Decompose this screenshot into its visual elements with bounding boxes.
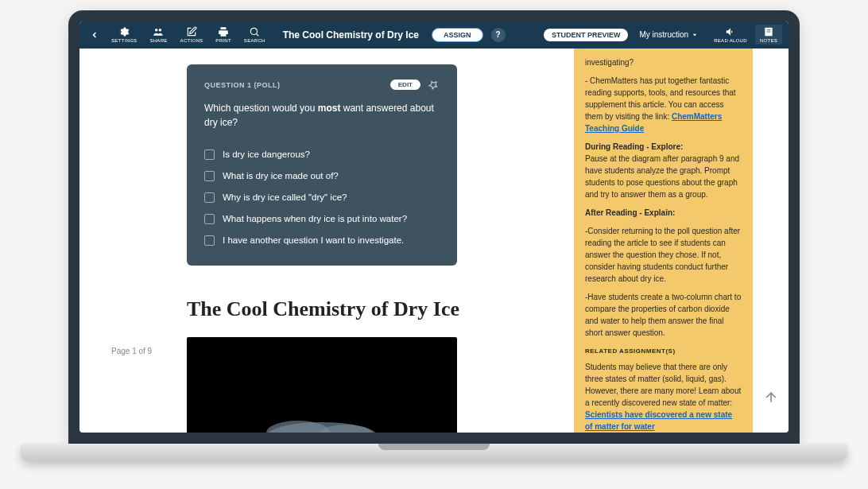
question-text: Which question would you most want answe… [204, 101, 440, 130]
svg-line-3 [257, 33, 259, 36]
poll-option-label: I have another question I want to invest… [223, 235, 404, 245]
related-heading: RELATED ASSIGNMENT(S) [585, 347, 742, 356]
print-label: PRINT [215, 38, 231, 43]
print-button[interactable]: PRINT [211, 25, 236, 45]
checkbox-icon [204, 149, 215, 160]
notes-icon [763, 26, 774, 37]
read-aloud-button[interactable]: READ ALOUD [709, 25, 752, 45]
speaker-icon [725, 26, 736, 37]
notes-label: NOTES [760, 38, 777, 43]
instruction-dropdown[interactable]: My instruction [631, 30, 706, 39]
sidebar-text: Students may believe that there are only… [585, 361, 742, 433]
article-title: The Cool Chemistry of Dry Ice [187, 297, 558, 321]
search-icon [249, 26, 260, 37]
checkbox-icon [204, 235, 215, 246]
top-nav: SETTINGS SHARE ACTIONS [79, 21, 789, 49]
notes-button[interactable]: NOTES [755, 25, 782, 45]
share-label: SHARE [149, 38, 167, 43]
help-button[interactable]: ? [491, 28, 506, 42]
checkbox-icon [204, 192, 215, 203]
actions-button[interactable]: ACTIONS [176, 25, 208, 45]
poll-option[interactable]: What is dry ice made out of? [204, 165, 440, 187]
notes-sidebar[interactable]: investigating? - ChemMatters has put tog… [574, 49, 753, 433]
poll-options: Is dry ice dangerous? What is dry ice ma… [204, 144, 440, 251]
scroll-top-button[interactable] [760, 386, 782, 409]
poll-option[interactable]: What happens when dry ice is put into wa… [204, 208, 440, 230]
scroll-top-area [753, 49, 789, 433]
poll-option-label: What is dry ice made out of? [223, 171, 339, 180]
sidebar-text: During Reading - Explore: Pause at the d… [585, 141, 742, 200]
share-button[interactable]: SHARE [145, 25, 172, 45]
svg-point-1 [159, 29, 162, 32]
question-card: QUESTION 1 (POLL) EDIT Which question wo… [187, 64, 457, 266]
svg-point-0 [155, 29, 158, 32]
content-column: QUESTION 1 (POLL) EDIT Which question wo… [79, 49, 574, 433]
svg-marker-4 [693, 33, 697, 36]
svg-point-2 [251, 28, 258, 34]
pin-icon[interactable] [427, 79, 440, 91]
poll-option-label: What happens when dry ice is put into wa… [223, 214, 407, 223]
settings-label: SETTINGS [111, 38, 137, 43]
chevron-down-icon [692, 32, 698, 38]
print-icon [218, 26, 229, 37]
sidebar-text: investigating? [585, 56, 742, 68]
article-image [187, 337, 457, 433]
page-title: The Cool Chemistry of Dry Ice [283, 29, 419, 41]
edit-button[interactable]: EDIT [390, 80, 420, 90]
sidebar-text: -Have students create a two-column chart… [585, 291, 742, 339]
poll-option-label: Is dry ice dangerous? [223, 149, 310, 159]
sidebar-text: -Consider returning to the poll question… [585, 225, 742, 285]
dropdown-label: My instruction [639, 30, 688, 39]
checkbox-icon [204, 171, 215, 181]
poll-option[interactable]: I have another question I want to invest… [204, 230, 440, 251]
readaloud-label: READ ALOUD [714, 38, 747, 43]
checkbox-icon [204, 214, 215, 224]
student-preview-button[interactable]: STUDENT PREVIEW [544, 29, 629, 41]
settings-button[interactable]: SETTINGS [107, 25, 141, 45]
related-link[interactable]: Scientists have discovered a new state o… [585, 410, 732, 431]
gear-icon [118, 26, 130, 37]
poll-option[interactable]: Is dry ice dangerous? [204, 144, 440, 165]
search-label: SEARCH [244, 38, 265, 43]
poll-option[interactable]: Why is dry ice called "dry" ice? [204, 187, 440, 208]
sidebar-text: After Reading - Explain: [585, 207, 742, 219]
question-label: QUESTION 1 (POLL) [204, 81, 281, 89]
search-button[interactable]: SEARCH [239, 25, 270, 45]
sidebar-text: - ChemMatters has put together fantastic… [585, 75, 742, 134]
actions-label: ACTIONS [180, 38, 203, 43]
back-button[interactable] [86, 26, 103, 44]
assign-button[interactable]: ASSIGN [432, 28, 483, 42]
edit-icon [186, 26, 197, 37]
people-icon [153, 26, 164, 37]
poll-option-label: Why is dry ice called "dry" ice? [223, 192, 347, 202]
page-indicator: Page 1 of 9 [111, 347, 152, 355]
